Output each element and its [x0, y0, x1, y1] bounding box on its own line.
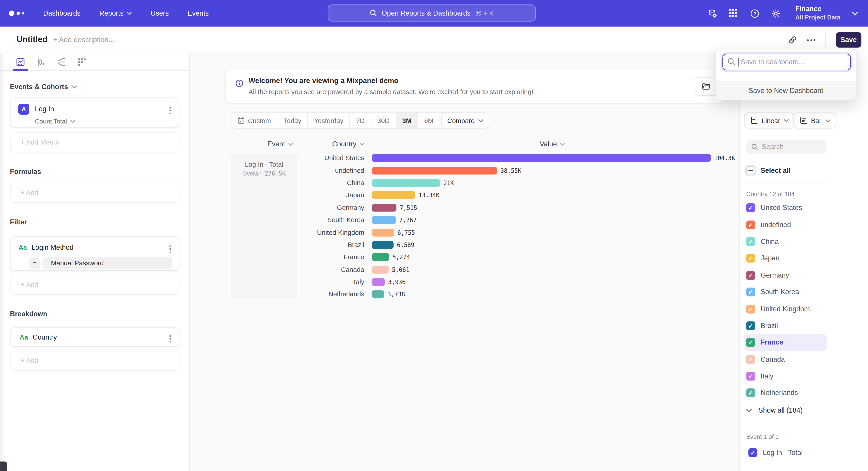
settings-gear-icon[interactable]: [771, 8, 780, 18]
range-today[interactable]: Today: [278, 113, 308, 128]
country-item[interactable]: ✓ France: [744, 334, 827, 351]
breakdown-kebab-menu[interactable]: [168, 334, 172, 344]
metric-card-log-in[interactable]: A Log In Count Total: [10, 97, 179, 128]
country-item[interactable]: ✓ Canada: [744, 351, 827, 367]
events-cohorts-header[interactable]: Events & Cohorts: [10, 83, 179, 91]
apps-grid-icon[interactable]: [729, 8, 739, 18]
breakdown-property-name[interactable]: Country: [33, 333, 57, 341]
tab-retention[interactable]: [74, 55, 90, 69]
help-icon[interactable]: ?: [750, 8, 760, 18]
chart-type-button[interactable]: Bar: [793, 112, 836, 128]
country-checkbox[interactable]: ✓: [746, 372, 755, 381]
chart-bar[interactable]: [372, 229, 394, 236]
mixpanel-logo-icon[interactable]: [9, 11, 29, 16]
chart-bar[interactable]: [372, 216, 396, 224]
save-button[interactable]: Save: [836, 32, 862, 48]
chart-row-label: Brazil: [190, 241, 364, 248]
filter-kebab-menu[interactable]: [168, 244, 172, 254]
country-item[interactable]: ✓ United States: [744, 200, 827, 216]
country-checkbox[interactable]: ✓: [746, 288, 755, 296]
compare-button[interactable]: Compare: [441, 112, 490, 128]
country-checkbox[interactable]: ✓: [746, 338, 755, 347]
corner-widget[interactable]: [0, 462, 7, 471]
chart-bar[interactable]: [372, 241, 394, 248]
country-item[interactable]: ✓ Brazil: [744, 317, 827, 334]
country-item[interactable]: ✓ Italy: [744, 368, 827, 385]
filter-value[interactable]: Manual Password: [43, 257, 172, 269]
select-all-checkbox[interactable]: [746, 166, 755, 175]
country-checkbox[interactable]: ✓: [746, 254, 755, 263]
range-7d[interactable]: 7D: [350, 113, 371, 128]
more-options-button[interactable]: [807, 39, 815, 41]
chart-bar[interactable]: [372, 266, 389, 273]
chevron-down-icon[interactable]: [852, 11, 858, 15]
column-header-country[interactable]: Country: [332, 140, 364, 148]
range-6m[interactable]: 6M: [418, 113, 440, 128]
tab-funnels[interactable]: [33, 55, 49, 69]
save-to-new-dashboard-option[interactable]: Save to New Dashboard: [716, 81, 857, 100]
report-title[interactable]: Untitled: [17, 34, 48, 44]
column-header-event[interactable]: Event: [268, 140, 293, 148]
filter-operator[interactable]: =: [29, 258, 40, 269]
range-3m[interactable]: 3M: [396, 113, 418, 128]
chart-bar[interactable]: [372, 167, 497, 174]
add-filter-button[interactable]: + Add: [10, 275, 179, 295]
data-management-icon[interactable]: [708, 8, 717, 18]
add-description-field[interactable]: + Add description...: [53, 35, 115, 44]
range-custom[interactable]: Custom: [231, 113, 278, 128]
chart-bar[interactable]: [372, 278, 385, 286]
range-yesterday[interactable]: Yesterday: [308, 113, 350, 128]
country-item[interactable]: ✓ United Kingdom: [744, 300, 827, 317]
country-checkbox[interactable]: ✓: [746, 321, 755, 330]
chart-bar[interactable]: [372, 291, 384, 298]
country-checkbox[interactable]: ✓: [746, 304, 755, 313]
chart-bar[interactable]: [372, 192, 415, 199]
add-formula-button[interactable]: + Add: [10, 183, 179, 203]
tab-insights[interactable]: [13, 55, 28, 69]
nav-users[interactable]: Users: [151, 9, 169, 17]
chart-bar[interactable]: [372, 204, 397, 211]
chart-bar[interactable]: [372, 254, 389, 261]
country-item[interactable]: ✓ undefined: [744, 216, 827, 233]
filter-property-name[interactable]: Login Method: [32, 244, 74, 252]
country-item[interactable]: ✓ China: [744, 233, 827, 250]
legend-search-input[interactable]: Search: [746, 140, 827, 154]
copy-link-icon[interactable]: [788, 35, 797, 45]
chart-row-label: Canada: [190, 266, 364, 273]
chart-scale-button[interactable]: Linear: [744, 112, 795, 128]
range-30d[interactable]: 30D: [371, 113, 396, 128]
country-item[interactable]: ✓ Japan: [744, 250, 827, 267]
column-header-value[interactable]: Value: [540, 140, 565, 148]
country-item[interactable]: ✓ South Korea: [744, 284, 827, 300]
chart-row-label: United Kingdom: [190, 229, 364, 236]
nav-dashboards[interactable]: Dashboards: [43, 9, 81, 17]
country-checkbox[interactable]: ✓: [746, 355, 755, 364]
global-search-button[interactable]: Open Reports & Dashboards ⌘ + K: [328, 4, 536, 22]
country-checkbox[interactable]: ✓: [746, 220, 755, 229]
metric-aggregation-selector[interactable]: Count Total: [35, 118, 179, 125]
chart-bar[interactable]: [372, 179, 440, 187]
country-checkbox[interactable]: ✓: [746, 389, 755, 398]
show-all-button[interactable]: Show all (184): [746, 407, 803, 414]
breakdown-card-country[interactable]: Aa Country: [10, 327, 179, 347]
metric-kebab-menu[interactable]: [168, 106, 172, 116]
country-checkbox[interactable]: ✓: [746, 203, 755, 212]
filter-card-login-method[interactable]: Aa Login Method = Manual Password: [10, 236, 179, 271]
add-breakdown-button[interactable]: + Add: [10, 351, 179, 371]
country-item[interactable]: ✓ Netherlands: [744, 385, 827, 401]
select-all-row[interactable]: Select all: [746, 166, 790, 175]
country-item[interactable]: ✓ Germany: [744, 267, 827, 284]
add-metric-button[interactable]: + Add Metric: [10, 133, 179, 152]
metric-name[interactable]: Log In: [35, 105, 54, 113]
country-checkbox[interactable]: ✓: [746, 237, 755, 246]
save-to-dashboard-input[interactable]: [722, 54, 851, 70]
chart-bar[interactable]: [372, 154, 711, 162]
project-selector[interactable]: Finance All Project Data: [795, 5, 840, 22]
event-legend-item[interactable]: ✓ Log In - Total: [746, 444, 829, 461]
chart-row: United Kingdom 6,755: [190, 226, 739, 239]
nav-events[interactable]: Events: [188, 9, 209, 17]
nav-reports[interactable]: Reports: [99, 9, 132, 17]
event-checkbox[interactable]: ✓: [748, 448, 757, 457]
country-checkbox[interactable]: ✓: [746, 271, 755, 279]
tab-flows[interactable]: [54, 55, 69, 69]
